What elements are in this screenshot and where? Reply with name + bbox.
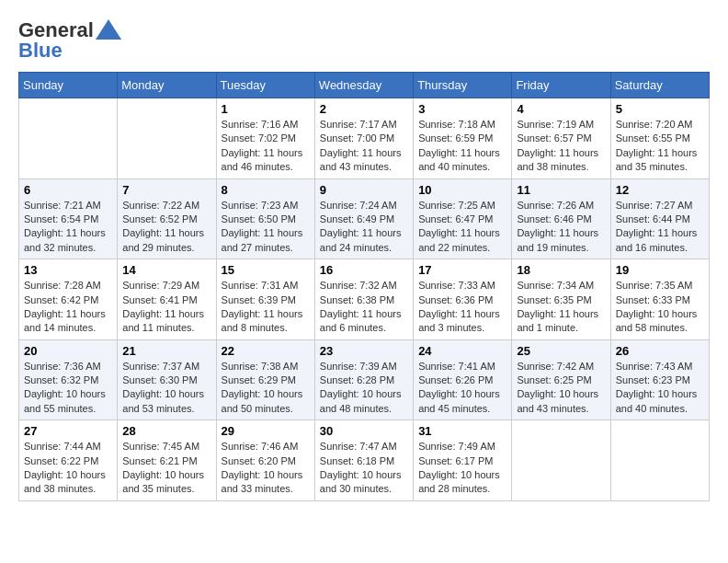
daylight-text: Daylight: 11 hours and 16 minutes. [616, 227, 698, 252]
sunset-text: Sunset: 6:50 PM [222, 213, 296, 224]
day-number: 5 [616, 102, 704, 116]
sunrise-text: Sunrise: 7:46 AM [222, 441, 299, 452]
sunset-text: Sunset: 7:02 PM [222, 132, 296, 144]
day-number: 30 [320, 424, 408, 438]
calendar-cell: 4 Sunrise: 7:19 AM Sunset: 6:57 PM Dayli… [512, 98, 610, 179]
daylight-text: Daylight: 10 hours and 53 minutes. [122, 388, 204, 413]
day-number: 26 [616, 344, 704, 358]
calendar-week-row: 27 Sunrise: 7:44 AM Sunset: 6:22 PM Dayl… [19, 420, 710, 501]
sunset-text: Sunset: 6:32 PM [24, 374, 98, 385]
calendar-cell: 2 Sunrise: 7:17 AM Sunset: 7:00 PM Dayli… [314, 98, 413, 179]
sunrise-text: Sunrise: 7:21 AM [24, 200, 101, 211]
calendar-cell: 9 Sunrise: 7:24 AM Sunset: 6:49 PM Dayli… [314, 178, 413, 259]
calendar-cell: 18 Sunrise: 7:34 AM Sunset: 6:35 PM Dayl… [512, 259, 610, 340]
day-info: Sunrise: 7:39 AM Sunset: 6:28 PM Dayligh… [320, 360, 408, 417]
daylight-text: Daylight: 11 hours and 19 minutes. [517, 227, 598, 252]
daylight-text: Daylight: 11 hours and 14 minutes. [24, 308, 106, 333]
sunset-text: Sunset: 6:33 PM [616, 294, 690, 305]
daylight-text: Daylight: 10 hours and 30 minutes. [320, 469, 402, 494]
sunset-text: Sunset: 6:21 PM [122, 455, 197, 466]
weekday-header-saturday: Saturday [610, 73, 709, 98]
sunset-text: Sunset: 6:41 PM [122, 294, 197, 305]
daylight-text: Daylight: 11 hours and 6 minutes. [320, 308, 402, 333]
calendar-cell: 27 Sunrise: 7:44 AM Sunset: 6:22 PM Dayl… [19, 420, 118, 501]
day-info: Sunrise: 7:16 AM Sunset: 7:02 PM Dayligh… [222, 118, 310, 175]
calendar-cell: 31 Sunrise: 7:49 AM Sunset: 6:17 PM Dayl… [414, 420, 512, 501]
daylight-text: Daylight: 11 hours and 40 minutes. [418, 147, 500, 172]
daylight-text: Daylight: 10 hours and 28 minutes. [418, 469, 500, 494]
calendar-cell: 29 Sunrise: 7:46 AM Sunset: 6:20 PM Dayl… [216, 420, 314, 501]
day-number: 17 [418, 263, 506, 277]
sunset-text: Sunset: 7:00 PM [320, 132, 394, 144]
sunset-text: Sunset: 6:38 PM [320, 294, 394, 305]
sunset-text: Sunset: 6:49 PM [320, 213, 394, 224]
calendar-cell: 23 Sunrise: 7:39 AM Sunset: 6:28 PM Dayl… [314, 339, 413, 420]
day-info: Sunrise: 7:28 AM Sunset: 6:42 PM Dayligh… [24, 279, 112, 336]
sunrise-text: Sunrise: 7:18 AM [418, 119, 495, 130]
day-info: Sunrise: 7:17 AM Sunset: 7:00 PM Dayligh… [320, 118, 408, 175]
sunrise-text: Sunrise: 7:49 AM [418, 441, 495, 452]
day-info: Sunrise: 7:27 AM Sunset: 6:44 PM Dayligh… [616, 199, 704, 256]
calendar-cell: 3 Sunrise: 7:18 AM Sunset: 6:59 PM Dayli… [414, 98, 512, 179]
sunrise-text: Sunrise: 7:24 AM [320, 200, 397, 211]
day-number: 27 [24, 424, 112, 438]
day-number: 23 [320, 344, 408, 358]
calendar-cell [512, 420, 610, 501]
day-number: 10 [418, 183, 506, 197]
day-info: Sunrise: 7:34 AM Sunset: 6:35 PM Dayligh… [517, 279, 605, 336]
day-info: Sunrise: 7:22 AM Sunset: 6:52 PM Dayligh… [122, 199, 210, 256]
day-info: Sunrise: 7:36 AM Sunset: 6:32 PM Dayligh… [24, 360, 112, 417]
day-number: 6 [24, 183, 112, 197]
daylight-text: Daylight: 11 hours and 11 minutes. [122, 308, 204, 333]
day-number: 11 [517, 183, 605, 197]
daylight-text: Daylight: 10 hours and 35 minutes. [122, 469, 204, 494]
sunset-text: Sunset: 6:39 PM [222, 294, 296, 305]
sunset-text: Sunset: 6:54 PM [24, 213, 98, 224]
calendar-cell: 7 Sunrise: 7:22 AM Sunset: 6:52 PM Dayli… [118, 178, 216, 259]
calendar-cell: 26 Sunrise: 7:43 AM Sunset: 6:23 PM Dayl… [610, 339, 709, 420]
day-info: Sunrise: 7:33 AM Sunset: 6:36 PM Dayligh… [418, 279, 506, 336]
day-info: Sunrise: 7:21 AM Sunset: 6:54 PM Dayligh… [24, 199, 112, 256]
sunrise-text: Sunrise: 7:31 AM [222, 280, 299, 291]
daylight-text: Daylight: 11 hours and 38 minutes. [517, 147, 598, 172]
day-number: 8 [222, 183, 310, 197]
calendar-cell [19, 98, 118, 179]
sunset-text: Sunset: 6:28 PM [320, 374, 394, 385]
day-number: 4 [517, 102, 605, 116]
page-header: General Blue [18, 18, 710, 63]
calendar-cell: 24 Sunrise: 7:41 AM Sunset: 6:26 PM Dayl… [414, 339, 512, 420]
day-info: Sunrise: 7:43 AM Sunset: 6:23 PM Dayligh… [616, 360, 704, 417]
day-number: 31 [418, 424, 506, 438]
day-number: 18 [517, 263, 605, 277]
weekday-header-wednesday: Wednesday [314, 73, 413, 98]
sunrise-text: Sunrise: 7:35 AM [616, 280, 693, 291]
calendar-week-row: 20 Sunrise: 7:36 AM Sunset: 6:32 PM Dayl… [19, 339, 710, 420]
day-info: Sunrise: 7:19 AM Sunset: 6:57 PM Dayligh… [517, 118, 605, 175]
daylight-text: Daylight: 10 hours and 38 minutes. [24, 469, 106, 494]
calendar-cell: 16 Sunrise: 7:32 AM Sunset: 6:38 PM Dayl… [314, 259, 413, 340]
day-number: 29 [222, 424, 310, 438]
day-info: Sunrise: 7:20 AM Sunset: 6:55 PM Dayligh… [616, 118, 704, 175]
calendar-week-row: 13 Sunrise: 7:28 AM Sunset: 6:42 PM Dayl… [19, 259, 710, 340]
sunrise-text: Sunrise: 7:17 AM [320, 119, 397, 130]
sunrise-text: Sunrise: 7:44 AM [24, 441, 101, 452]
day-number: 22 [222, 344, 310, 358]
calendar-cell: 30 Sunrise: 7:47 AM Sunset: 6:18 PM Dayl… [314, 420, 413, 501]
calendar-cell: 20 Sunrise: 7:36 AM Sunset: 6:32 PM Dayl… [19, 339, 118, 420]
sunrise-text: Sunrise: 7:25 AM [418, 200, 495, 211]
day-info: Sunrise: 7:44 AM Sunset: 6:22 PM Dayligh… [24, 440, 112, 497]
weekday-header-sunday: Sunday [19, 73, 118, 98]
calendar-cell: 11 Sunrise: 7:26 AM Sunset: 6:46 PM Dayl… [512, 178, 610, 259]
day-info: Sunrise: 7:23 AM Sunset: 6:50 PM Dayligh… [222, 199, 310, 256]
sunrise-text: Sunrise: 7:39 AM [320, 361, 397, 372]
sunset-text: Sunset: 6:30 PM [122, 374, 197, 385]
sunset-text: Sunset: 6:57 PM [517, 132, 591, 144]
day-info: Sunrise: 7:37 AM Sunset: 6:30 PM Dayligh… [122, 360, 210, 417]
day-number: 9 [320, 183, 408, 197]
logo: General Blue [18, 18, 121, 63]
daylight-text: Daylight: 10 hours and 33 minutes. [222, 469, 303, 494]
day-number: 15 [222, 263, 310, 277]
day-number: 16 [320, 263, 408, 277]
day-info: Sunrise: 7:29 AM Sunset: 6:41 PM Dayligh… [122, 279, 210, 336]
calendar-cell: 6 Sunrise: 7:21 AM Sunset: 6:54 PM Dayli… [19, 178, 118, 259]
